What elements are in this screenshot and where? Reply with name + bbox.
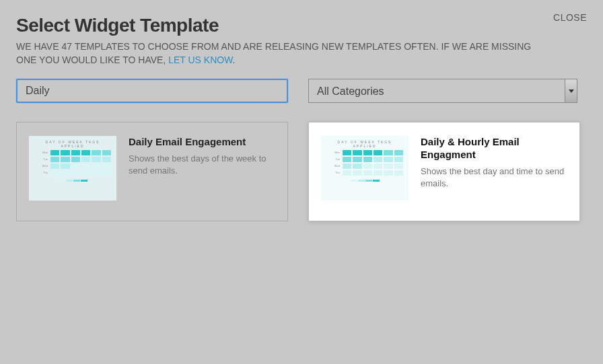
- template-thumbnail: DAY OF WEEK TAGS APPLIED Mon Tue Wed Thu: [321, 136, 409, 201]
- category-select[interactable]: All Categories: [308, 79, 577, 103]
- template-card[interactable]: DAY OF WEEK TAGS APPLIED Mon Tue Wed Thu…: [16, 122, 288, 221]
- thumb-heading: DAY OF WEEK TAGS APPLIED: [34, 140, 111, 148]
- subtitle-text-end: .: [233, 54, 236, 65]
- template-thumbnail: DAY OF WEEK TAGS APPLIED Mon Tue Wed Thu: [29, 136, 116, 201]
- search-input[interactable]: [16, 79, 288, 103]
- template-title: Daily & Hourly Email Engagment: [421, 136, 567, 161]
- template-title: Daily Email Engagement: [129, 136, 275, 149]
- template-description: Shows the best days of the week to send …: [129, 153, 275, 177]
- thumb-row-label: Tue: [34, 157, 49, 162]
- thumb-row-label: Wed: [326, 163, 341, 169]
- thumb-heading: DAY OF WEEK TAGS APPLIED: [326, 140, 403, 148]
- template-grid: DAY OF WEEK TAGS APPLIED Mon Tue Wed Thu…: [16, 122, 587, 221]
- thumb-row-label: Thu: [34, 170, 49, 176]
- dialog-title: Select Widget Template: [16, 15, 587, 36]
- close-button[interactable]: CLOSE: [553, 12, 587, 23]
- let-us-know-link[interactable]: LET US KNOW: [168, 54, 232, 65]
- thumb-row-label: Thu: [326, 170, 341, 176]
- thumb-row-label: Tue: [326, 157, 341, 162]
- thumb-row-label: Mon: [34, 150, 49, 155]
- category-select-wrap: All Categories: [308, 79, 577, 103]
- dialog-subtitle: WE HAVE 47 TEMPLATES TO CHOOSE FROM AND …: [16, 40, 534, 67]
- dialog-content: Select Widget Template WE HAVE 47 TEMPLA…: [0, 0, 603, 221]
- controls-row: All Categories: [16, 79, 587, 103]
- subtitle-text: WE HAVE 47 TEMPLATES TO CHOOSE FROM AND …: [16, 41, 531, 65]
- template-card[interactable]: DAY OF WEEK TAGS APPLIED Mon Tue Wed Thu…: [308, 122, 580, 221]
- template-card-body: Daily & Hourly Email Engagment Shows the…: [421, 136, 567, 209]
- template-description: Shows the best day and time to send emai…: [421, 166, 567, 190]
- thumb-row-label: Wed: [34, 163, 49, 169]
- thumb-row-label: Mon: [326, 150, 341, 155]
- template-card-body: Daily Email Engagement Shows the best da…: [129, 136, 275, 209]
